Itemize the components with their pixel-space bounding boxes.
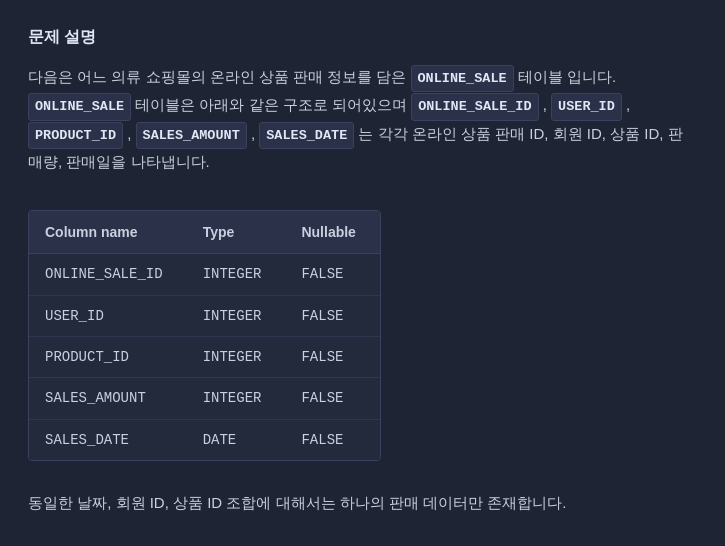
col-header-type: Type (187, 211, 286, 254)
inline-code-product-id: PRODUCT_ID (28, 122, 123, 150)
inline-code-online-sale-id: ONLINE_SALE_ID (411, 93, 538, 121)
schema-table: Column name Type Nullable ONLINE_SALE_ID… (29, 211, 380, 460)
table-wrapper: Column name Type Nullable ONLINE_SALE_ID… (28, 210, 381, 461)
cell-nullable: FALSE (285, 295, 379, 336)
section-title: 문제 설명 (28, 24, 697, 50)
inline-code-sales-amount: SALES_AMOUNT (136, 122, 247, 150)
cell-column-name: ONLINE_SALE_ID (29, 254, 187, 295)
cell-nullable: FALSE (285, 378, 379, 419)
table-header-row: Column name Type Nullable (29, 211, 380, 254)
cell-column-name: SALES_AMOUNT (29, 378, 187, 419)
cell-type: INTEGER (187, 295, 286, 336)
inline-code-online-sale-2: ONLINE_SALE (28, 93, 131, 121)
cell-type: INTEGER (187, 336, 286, 377)
footer-note: 동일한 날짜, 회원 ID, 상품 ID 조합에 대해서는 하나의 판매 데이터… (28, 490, 697, 516)
col-header-nullable: Nullable (285, 211, 379, 254)
cell-column-name: PRODUCT_ID (29, 336, 187, 377)
inline-code-online-sale-1: ONLINE_SALE (411, 65, 514, 93)
cell-column-name: SALES_DATE (29, 419, 187, 460)
cell-type: DATE (187, 419, 286, 460)
inline-code-sales-date: SALES_DATE (259, 122, 354, 150)
cell-type: INTEGER (187, 254, 286, 295)
cell-nullable: FALSE (285, 254, 379, 295)
cell-type: INTEGER (187, 378, 286, 419)
table-row: ONLINE_SALE_ID INTEGER FALSE (29, 254, 380, 295)
table-row: SALES_AMOUNT INTEGER FALSE (29, 378, 380, 419)
cell-nullable: FALSE (285, 419, 379, 460)
cell-column-name: USER_ID (29, 295, 187, 336)
cell-nullable: FALSE (285, 336, 379, 377)
table-row: USER_ID INTEGER FALSE (29, 295, 380, 336)
description: 다음은 어느 의류 쇼핑몰의 온라인 상품 판매 정보를 담은 ONLINE_S… (28, 64, 697, 176)
col-header-column-name: Column name (29, 211, 187, 254)
table-row: SALES_DATE DATE FALSE (29, 419, 380, 460)
inline-code-user-id: USER_ID (551, 93, 622, 121)
table-row: PRODUCT_ID INTEGER FALSE (29, 336, 380, 377)
